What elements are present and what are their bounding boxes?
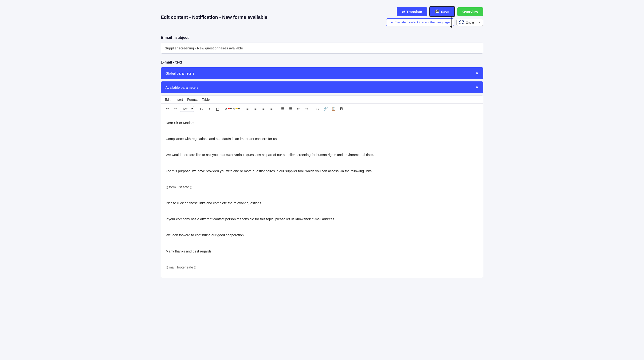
align-justify-button[interactable]: ≡: [268, 105, 275, 112]
available-parameters-bar[interactable]: Available parameters ∨: [161, 81, 483, 93]
content-template-form-list: {{ form_list|safe }}: [166, 184, 478, 190]
overview-button[interactable]: Overview: [457, 7, 483, 16]
available-parameters-label: Available parameters: [166, 85, 198, 89]
highlight-color-button[interactable]: A▾: [233, 105, 240, 112]
content-line-10: Please click on these links and complete…: [166, 200, 478, 206]
align-left-button[interactable]: ≡: [244, 105, 251, 112]
align-right-button[interactable]: ≡: [260, 105, 267, 112]
content-line-3: Compliance with regulations and standard…: [166, 136, 478, 142]
language-selector[interactable]: English ▼: [456, 19, 483, 26]
font-size-select[interactable]: 12pt: [180, 106, 194, 112]
font-color-button[interactable]: A▾: [225, 105, 232, 112]
content-line-6: [166, 160, 478, 166]
flag-icon: [459, 21, 464, 24]
save-button[interactable]: 💾 Save: [430, 7, 455, 17]
content-line-13: [166, 224, 478, 230]
bullet-list-button[interactable]: ☰: [279, 105, 286, 112]
menu-table[interactable]: Table: [202, 98, 210, 101]
strikethrough-button[interactable]: S: [314, 105, 321, 112]
toolbar-separator-3: [242, 106, 242, 111]
global-parameters-label: Global parameters: [166, 71, 194, 75]
undo-button[interactable]: ↩: [164, 105, 171, 112]
save-icon: 💾: [435, 10, 440, 14]
toolbar-separator-4: [277, 106, 277, 111]
image-button[interactable]: 🖼: [338, 105, 345, 112]
chevron-down-icon: ▼: [478, 21, 481, 24]
italic-button[interactable]: I: [206, 105, 213, 112]
align-center-button[interactable]: ≡: [252, 105, 259, 112]
indent-button[interactable]: ⇥: [303, 105, 310, 112]
language-label: English: [466, 21, 476, 24]
email-subject-label: E-mail - subject: [161, 36, 483, 40]
content-line-4: [166, 144, 478, 150]
content-line-12: If your company has a different contact …: [166, 216, 478, 222]
redo-button[interactable]: ↪: [172, 105, 179, 112]
email-subject-input[interactable]: [161, 43, 483, 54]
content-line-8: [166, 176, 478, 182]
content-line-11: [166, 208, 478, 214]
global-parameters-bar[interactable]: Global parameters ∨: [161, 67, 483, 79]
editor-menubar: Edit Insert Format Table: [161, 96, 483, 104]
translate-icon: ⇄: [402, 10, 405, 14]
editor-toolbar: ↩ ↪ 12pt B I U A▾ A▾ ≡ ≡ ≡ ≡ ☰ ☰ ⇤: [161, 104, 483, 114]
content-line-5: We would therefore like to ask you to an…: [166, 152, 478, 158]
available-parameters-chevron-icon: ∨: [476, 85, 478, 90]
underline-button[interactable]: U: [214, 105, 221, 112]
numbered-list-button[interactable]: ☰: [287, 105, 294, 112]
header-actions: ⇄ Translate 💾 Save Overview ↔ Transfer c…: [386, 7, 483, 28]
menu-insert[interactable]: Insert: [175, 98, 183, 101]
menu-format[interactable]: Format: [187, 98, 198, 101]
email-subject-section: E-mail - subject: [161, 36, 483, 54]
toolbar-separator-1: [196, 106, 196, 111]
content-line-14: We look forward to continuing our good c…: [166, 232, 478, 238]
menu-edit[interactable]: Edit: [165, 98, 170, 101]
transfer-button[interactable]: ↔ Transfer content into another language: [386, 18, 454, 26]
content-line-9: [166, 192, 478, 198]
content-line-7: For this purpose, we have provided you w…: [166, 168, 478, 174]
content-template-mail-footer: {{ mail_footer|safe }}: [166, 264, 478, 270]
translate-button[interactable]: ⇄ Translate: [397, 7, 427, 16]
email-text-section: E-mail - text: [161, 60, 483, 65]
content-line-16: Many thanks and best regards,: [166, 248, 478, 254]
outdent-button[interactable]: ⇤: [295, 105, 302, 112]
email-text-label: E-mail - text: [161, 60, 483, 65]
toolbar-separator-5: [312, 106, 312, 111]
content-line-15: [166, 240, 478, 246]
page-title: Edit content - Notification - New forms …: [161, 15, 267, 20]
global-parameters-chevron-icon: ∨: [476, 71, 478, 76]
bold-button[interactable]: B: [198, 105, 205, 112]
link-button[interactable]: 🔗: [322, 105, 329, 112]
transfer-icon: ↔: [391, 21, 394, 24]
content-line-2: [166, 128, 478, 134]
content-line-17: [166, 256, 478, 262]
editor-content[interactable]: Dear Sir or Madam Compliance with regula…: [161, 114, 483, 278]
editor-container: Edit Insert Format Table ↩ ↪ 12pt B I U …: [161, 96, 483, 278]
content-line-1: Dear Sir or Madam: [166, 120, 478, 126]
toolbar-separator-2: [223, 106, 223, 111]
copy-button[interactable]: 📋: [330, 105, 337, 112]
